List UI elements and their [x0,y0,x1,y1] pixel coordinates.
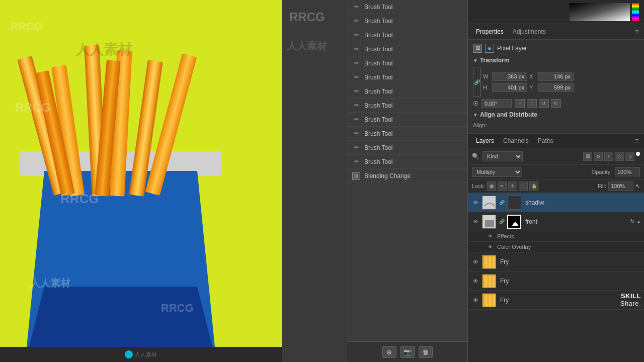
flip-horizontal-button[interactable]: ↔ [515,99,525,108]
history-item-10[interactable]: ✏ Brush Tool [347,127,467,141]
layer-expand-front[interactable]: ▲ [636,219,641,224]
x-row: X [529,72,574,81]
layer-thumb-fry2 [482,274,496,288]
x-label: X [529,73,536,79]
share-dot: . [639,300,641,307]
pixel-layer-icon-2: ◉ [485,44,494,53]
history-item-11[interactable]: ✏ Brush Tool [347,141,467,155]
flip-vertical-button[interactable]: ↕ [527,99,537,108]
blending-label: Blending Change [364,172,411,179]
align-toggle[interactable]: ▼ [473,112,478,118]
tab-paths[interactable]: Paths [535,136,556,145]
y-label: Y [529,84,536,90]
skill-text: SKILL [621,293,641,300]
color-overlay-row[interactable]: 👁 Color Overlay [468,242,644,252]
lock-artboard-icon[interactable]: ⬚ [519,182,528,191]
layer-fx-badge[interactable]: fx [630,219,634,224]
history-item-4[interactable]: ✏ Brush Tool [347,42,467,56]
right-panels: Properties Adjustments ≡ 🖼 ◉ Pixel Layer… [468,0,644,362]
history-item-6[interactable]: ✏ Brush Tool [347,70,467,84]
canvas-area: RRCG 人人素材 RRCG RRCG 人人素材 RRCG 人人素材 [0,0,282,362]
y-input[interactable] [538,83,574,92]
history-label-5: Brush Tool [364,60,392,67]
layer-row-shadow[interactable]: 👁 🔗 shadiw [468,193,644,212]
transform-toggle[interactable]: ▼ [473,58,478,63]
filter-adjustment-icon[interactable]: ⚙ [594,152,603,161]
transform-section-header: ▼ Transform [473,57,639,64]
w-label: W [483,73,490,79]
history-label-8: Brush Tool [364,102,392,109]
brush-icon-12: ✏ [352,158,360,166]
trash-button[interactable]: 🗑 [419,346,433,358]
link-wh-icon[interactable]: 🔗 [473,67,481,97]
rotation-input[interactable] [481,99,512,108]
properties-content: 🖼 ◉ Pixel Layer ▼ Transform 🔗 W H [468,40,644,133]
filter-smart-icon[interactable]: ⧬ [625,152,634,161]
blending-change-item[interactable]: ⊞ Blending Change [347,169,467,183]
color-rainbow-slider[interactable] [632,3,639,21]
history-item-5[interactable]: ✏ Brush Tool [347,56,467,70]
history-item-9[interactable]: ✏ Brush Tool [347,113,467,127]
history-item-2[interactable]: ✏ Brush Tool [347,14,467,28]
camera-add-button[interactable]: ⊕ [382,346,396,358]
tab-channels[interactable]: Channels [500,136,532,145]
align-title: Align and Distribute [480,111,537,118]
visibility-fry2[interactable]: 👁 [471,277,480,286]
lock-brush-icon[interactable]: ✏ [498,182,507,191]
rotate-button[interactable]: ↺ [539,99,549,108]
context-menu-panel: ✏ Brush Tool ✏ Brush Tool ✏ Brush Tool ✏… [347,0,468,362]
tab-layers[interactable]: Layers [473,136,497,145]
brush-icon-9: ✏ [352,116,360,124]
tab-adjustments[interactable]: Adjustments [510,27,549,36]
lock-move-icon[interactable]: ✛ [508,182,517,191]
h-input[interactable] [492,83,527,92]
visibility-fry1[interactable]: 👁 [471,257,480,266]
effects-visibility[interactable]: 👁 [486,232,494,240]
visibility-shadow[interactable]: 👁 [471,198,480,207]
h-label: H [483,84,490,90]
w-input[interactable] [492,72,527,81]
layer-row-fry1[interactable]: 👁 Fry [468,252,644,272]
layers-kind-select[interactable]: Kind [482,151,523,161]
properties-menu-button[interactable]: ≡ [635,28,639,36]
history-toolbar: ⊕ 📷 🗑 [347,341,467,362]
history-item-12[interactable]: ✏ Brush Tool [347,155,467,169]
tab-properties[interactable]: Properties [473,27,507,36]
layer-row-front[interactable]: 👁 🔗 front fx ▲ [468,212,644,231]
history-item-1[interactable]: ✏ Brush Tool [347,0,467,14]
lock-checkerboard-icon[interactable]: ▣ [487,182,496,191]
fill-label: Fill: [598,183,606,189]
layer-row-fry2[interactable]: 👁 Fry [468,272,644,291]
blend-mode-select[interactable]: Multiply [472,167,522,177]
history-item-7[interactable]: ✏ Brush Tool [347,84,467,99]
svg-rect-9 [485,276,488,288]
lock-label: Lock: [472,183,485,189]
x-input[interactable] [538,72,574,81]
filter-icons: 🖼 ⚙ T ⬡ ⧬ [583,152,640,161]
visibility-front[interactable]: 👁 [471,217,480,226]
xy-fields: X Y [529,72,574,92]
layer-name-fry3: Fry [498,297,618,304]
layers-menu-button[interactable]: ≡ [635,137,639,145]
rotation-buttons: ↔ ↕ ↺ ↻ [515,99,561,108]
filter-type-icon[interactable]: T [604,152,613,161]
filter-shape-icon[interactable]: ⬡ [615,152,624,161]
history-label-10: Brush Tool [364,130,392,137]
transform-more-button[interactable]: ↻ [551,99,561,108]
lock-all-icon[interactable]: 🔒 [529,182,538,191]
opacity-input[interactable] [615,167,640,176]
color-overlay-visibility[interactable]: 👁 [486,243,494,251]
svg-rect-10 [489,276,492,288]
middle-watermark-2: 人人素材 [282,34,347,58]
history-item-8[interactable]: ✏ Brush Tool [347,99,467,113]
history-item-3[interactable]: ✏ Brush Tool [347,28,467,42]
filter-pixel-icon[interactable]: 🖼 [583,152,592,161]
layer-row-fry3[interactable]: 👁 Fry SKILL Share. [468,291,644,310]
bottom-logo-text: 人人素材 [135,351,157,358]
svg-rect-2 [485,220,494,227]
visibility-fry3[interactable]: 👁 [471,296,480,305]
brush-icon-4: ✏ [352,45,360,53]
camera-button[interactable]: 📷 [400,346,415,358]
fill-input[interactable] [608,182,633,191]
color-gradient-picker[interactable] [570,3,630,21]
